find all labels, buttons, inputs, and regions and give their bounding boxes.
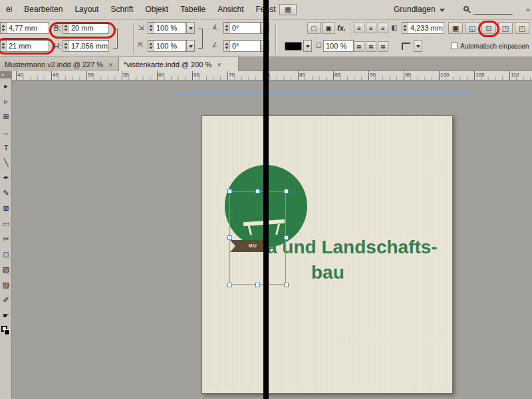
close-icon[interactable]: × xyxy=(108,61,112,68)
width-value[interactable]: 20 mm xyxy=(69,24,94,32)
y-position-value[interactable]: 21 mm xyxy=(7,42,31,50)
scale-y-spinner-icon[interactable] xyxy=(148,41,154,51)
gradient-tool[interactable]: ▧ xyxy=(0,262,12,277)
align-top-button[interactable]: ≡ xyxy=(354,23,364,33)
scale-y-chevron-down-icon[interactable] xyxy=(186,40,195,52)
rectangle-tool[interactable]: ▭ xyxy=(0,216,12,231)
width-field[interactable]: 20 mm xyxy=(63,22,109,34)
menu-tabelle[interactable]: Tabelle xyxy=(174,0,211,19)
autofit-checkbox[interactable] xyxy=(451,43,458,49)
ruler-label: 70 xyxy=(229,72,235,78)
direct-selection-tool[interactable]: ▹ xyxy=(0,94,12,109)
scale-y-value[interactable]: 100 % xyxy=(154,42,177,50)
y-spinner-icon[interactable] xyxy=(1,41,7,51)
fit-content-to-frame-button[interactable]: ▣ xyxy=(448,22,463,34)
menu-layout[interactable]: Layout xyxy=(68,0,104,19)
close-icon[interactable]: × xyxy=(217,61,221,68)
scale-x-value[interactable]: 100 % xyxy=(154,24,177,32)
fill-frame-proportionally-button[interactable]: ◰ xyxy=(515,22,529,34)
tab-mustermann[interactable]: Mustermann v2.indd @ 227 % × xyxy=(0,57,118,71)
rotation-field[interactable]: 0° xyxy=(223,22,261,34)
type-tool[interactable]: T xyxy=(0,140,12,155)
constrain-dimensions-icon[interactable] xyxy=(113,29,118,49)
selection-handle[interactable] xyxy=(227,235,232,240)
gap-offset-field[interactable]: 4,233 mm xyxy=(402,22,444,34)
tab-visitenkarte[interactable]: *visitenkarte.indd @ 200 % × xyxy=(119,57,239,71)
shear-spinner-icon[interactable] xyxy=(224,41,230,51)
y-position-field[interactable]: 21 mm xyxy=(0,40,49,52)
selection-handle[interactable] xyxy=(227,189,232,194)
drop-shadow-button[interactable]: ▣ xyxy=(322,22,335,34)
distribute-bottom-button[interactable]: ≣ xyxy=(378,41,388,52)
effects-button[interactable]: fx. xyxy=(337,22,346,34)
collapse-panels-icon[interactable]: » xyxy=(526,0,530,19)
selection-frame[interactable] xyxy=(229,191,286,285)
gradient-feather-tool[interactable]: ▨ xyxy=(0,277,12,293)
fill-swatch[interactable] xyxy=(4,329,10,335)
shear-value[interactable]: 0° xyxy=(230,42,239,50)
height-value[interactable]: 17,056 mm xyxy=(69,42,108,50)
height-spinner-icon[interactable] xyxy=(63,41,69,51)
scissors-tool[interactable]: ✂ xyxy=(0,231,12,247)
align-center-button[interactable]: ≡ xyxy=(366,23,376,33)
distribute-center-button[interactable]: ≣ xyxy=(366,41,376,52)
fill-stroke-control[interactable] xyxy=(0,325,12,337)
height-field[interactable]: 17,056 mm xyxy=(63,40,109,52)
corner-style-icon[interactable] xyxy=(402,43,410,50)
rotation-spinner-icon[interactable] xyxy=(224,23,230,33)
workspace-switcher[interactable]: Grundlagen xyxy=(394,0,445,19)
fit-frame-to-content-button[interactable]: ◱ xyxy=(465,22,479,34)
selection-handle[interactable] xyxy=(255,283,260,287)
stroke-color-swatch[interactable] xyxy=(285,42,302,51)
selection-handle[interactable] xyxy=(284,283,289,287)
scale-x-field[interactable]: 100 % xyxy=(148,22,186,34)
headline-text[interactable]: a und Landschafts- xyxy=(267,237,438,258)
eyedropper-tool[interactable]: ✐ xyxy=(0,293,12,308)
opacity-value[interactable]: 100 % xyxy=(324,42,346,50)
page-tool[interactable]: ⊞ xyxy=(0,109,12,124)
selection-handle[interactable] xyxy=(284,189,289,194)
corner-options-button[interactable]: ▢ xyxy=(307,22,321,34)
menu-datei[interactable]: ei xyxy=(0,0,18,19)
tab-visitenkarte-label: *visitenkarte.indd @ 200 % xyxy=(124,61,211,68)
menu-bearbeiten[interactable]: Bearbeiten xyxy=(18,0,68,19)
line-tool[interactable]: ╲ xyxy=(0,155,12,170)
search-input[interactable] xyxy=(464,5,513,15)
corner-style-chevron-down-icon[interactable] xyxy=(414,40,422,52)
menu-objekt[interactable]: Objekt xyxy=(139,0,174,19)
rotation-value[interactable]: 0° xyxy=(230,24,239,32)
stroke-chevron-down-icon[interactable] xyxy=(303,40,312,52)
selection-handle[interactable] xyxy=(227,283,232,287)
scale-y-field[interactable]: 100 % xyxy=(148,40,186,52)
opacity-field[interactable]: 100 % xyxy=(323,40,354,52)
fit-content-proportionally-button[interactable]: ◳ xyxy=(498,22,513,34)
headline-text-line2[interactable]: bau xyxy=(311,262,344,283)
close-icon[interactable]: × xyxy=(1,72,5,78)
x-position-value[interactable]: 4,77 mm xyxy=(7,24,37,32)
width-spinner-icon[interactable] xyxy=(63,23,69,33)
distribute-top-button[interactable]: ≣ xyxy=(354,41,364,52)
arrange-documents-icon[interactable]: ▦ xyxy=(279,4,297,15)
shear-field[interactable]: 0° xyxy=(223,40,261,52)
free-transform-tool[interactable]: ◻ xyxy=(0,247,12,262)
constrain-scale-icon[interactable] xyxy=(198,29,203,49)
scale-x-chevron-down-icon[interactable] xyxy=(186,22,195,34)
x-spinner-icon[interactable] xyxy=(1,23,7,33)
gap-tool[interactable]: ↔ xyxy=(0,124,12,140)
menu-schrift[interactable]: Schrift xyxy=(104,0,139,19)
menu-ansicht[interactable]: Ansicht xyxy=(211,0,249,19)
gap-offset-value[interactable]: 4,233 mm xyxy=(408,24,443,32)
gap-spinner-icon[interactable] xyxy=(402,23,408,33)
rectangle-frame-tool[interactable]: ⊠ xyxy=(0,201,12,216)
selection-handle[interactable] xyxy=(255,189,260,194)
selection-tool[interactable]: ▸ xyxy=(0,78,12,94)
scale-x-spinner-icon[interactable] xyxy=(148,23,154,33)
hand-tool[interactable]: ☛ xyxy=(0,308,12,323)
x-position-field[interactable]: 4,77 mm xyxy=(0,22,49,34)
pencil-tool[interactable]: ✎ xyxy=(0,186,12,201)
center-content-button[interactable]: ⊡ xyxy=(481,22,496,34)
selection-handle[interactable] xyxy=(284,235,289,240)
align-bottom-button[interactable]: ≡ xyxy=(378,23,388,33)
pen-tool[interactable]: ✒ xyxy=(0,170,12,186)
ruler-label: 60 xyxy=(158,72,164,78)
